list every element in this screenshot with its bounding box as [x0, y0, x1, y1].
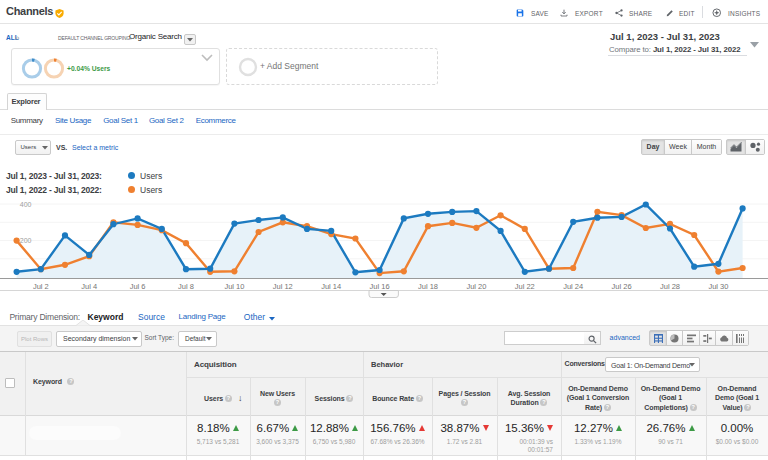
svg-text:Jul 12: Jul 12 — [273, 282, 293, 291]
svg-text:Jul 24: Jul 24 — [563, 282, 583, 291]
svg-text:Jul 16: Jul 16 — [370, 282, 390, 291]
svg-text:Jul 8: Jul 8 — [178, 282, 194, 291]
svg-text:Jul 30: Jul 30 — [708, 282, 728, 291]
svg-text:400: 400 — [20, 201, 32, 208]
svg-text:Jul 2: Jul 2 — [33, 282, 49, 291]
svg-text:Jul 20: Jul 20 — [466, 282, 486, 291]
svg-text:Jul 14: Jul 14 — [321, 282, 341, 291]
svg-text:Jul 6: Jul 6 — [130, 282, 146, 291]
svg-text:Jul 18: Jul 18 — [418, 282, 438, 291]
svg-text:Jul 4: Jul 4 — [81, 282, 97, 291]
svg-text:Jul 28: Jul 28 — [660, 282, 680, 291]
svg-text:Jul 22: Jul 22 — [515, 282, 535, 291]
svg-text:200: 200 — [20, 237, 32, 244]
svg-text:Jul 26: Jul 26 — [612, 282, 632, 291]
svg-text:Jul 10: Jul 10 — [224, 282, 244, 291]
